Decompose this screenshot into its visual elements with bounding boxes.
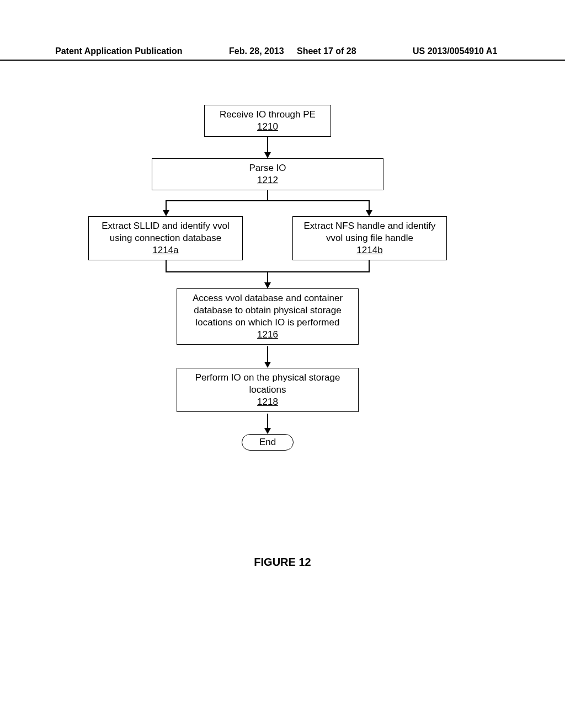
sheet-number: Sheet 17 of 28: [297, 46, 356, 56]
connector: [166, 260, 167, 271]
step-text: Perform IO on the physical storage locat…: [195, 372, 340, 395]
step-receive-io: Receive IO through PE 1210: [204, 105, 331, 137]
publication-date: Feb. 28, 2013: [229, 46, 284, 56]
arrowhead-icon: [264, 152, 271, 158]
step-ref: 1216: [257, 329, 278, 340]
end-label: End: [259, 437, 276, 447]
figure-label: FIGURE 12: [0, 556, 565, 569]
step-access-vvol-db: Access vvol database and container datab…: [177, 288, 359, 345]
step-ref: 1214b: [356, 245, 382, 255]
step-extract-sllid: Extract SLLID and identify vvol using co…: [88, 216, 243, 260]
step-text: Extract NFS handle and identify vvol usi…: [303, 221, 435, 243]
arrow: [267, 414, 268, 429]
step-extract-nfs: Extract NFS handle and identify vvol usi…: [292, 216, 447, 260]
step-text: Receive IO through PE: [220, 109, 316, 120]
connector: [267, 190, 268, 200]
arrowhead-icon: [163, 210, 169, 216]
step-ref: 1212: [257, 175, 278, 185]
end-terminator: End: [242, 434, 294, 451]
connector: [267, 271, 268, 283]
connector: [166, 200, 167, 211]
step-ref: 1218: [257, 397, 278, 407]
step-text: Access vvol database and container datab…: [193, 293, 343, 328]
step-ref: 1214a: [152, 245, 178, 255]
connector: [166, 200, 370, 201]
patent-number: US 2013/0054910 A1: [413, 46, 497, 56]
step-parse-io: Parse IO 1212: [152, 158, 383, 190]
arrowhead-icon: [264, 362, 271, 368]
step-text: Parse IO: [249, 163, 286, 173]
connector: [369, 200, 370, 211]
arrowhead-icon: [264, 428, 271, 434]
step-text: Extract SLLID and identify vvol using co…: [102, 221, 230, 243]
arrow: [267, 137, 268, 153]
arrowhead-icon: [264, 282, 271, 288]
arrow: [267, 346, 268, 363]
step-ref: 1210: [257, 121, 278, 132]
arrowhead-icon: [366, 210, 372, 216]
publication-label: Patent Application Publication: [55, 46, 183, 56]
connector: [369, 260, 370, 271]
step-perform-io: Perform IO on the physical storage locat…: [177, 368, 359, 412]
